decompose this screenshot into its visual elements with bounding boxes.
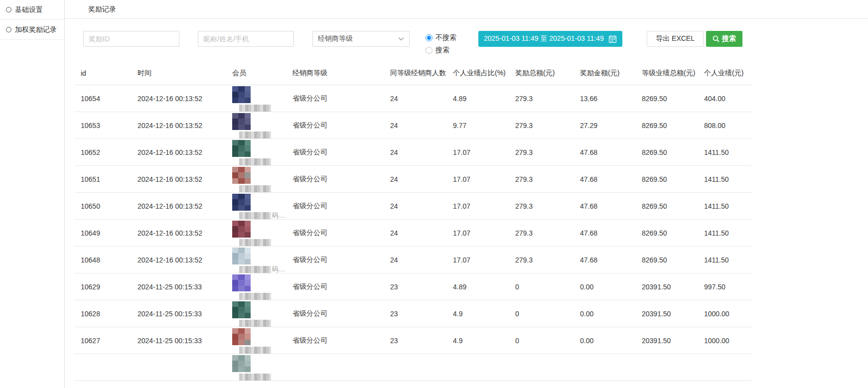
table-cell: 24	[390, 220, 453, 247]
member-name	[239, 373, 292, 381]
radio-search[interactable]: 搜索	[426, 46, 456, 55]
chevron-down-icon	[398, 37, 404, 41]
table-cell: 8269.50	[642, 139, 704, 166]
records-table: id时间会员经销商等级同等级经销商人数个人业绩占比(%)奖励总额(元)奖励金额(…	[74, 64, 752, 381]
table-cell: 省级分公司	[292, 166, 390, 193]
table-cell: 279.3	[515, 139, 580, 166]
radio-no-search[interactable]: 不搜索	[426, 33, 456, 42]
table-cell: 279.3	[515, 220, 580, 247]
member-name-blurred	[239, 131, 271, 138]
member-avatar	[232, 301, 251, 318]
sidebar-item-label: 基础设置	[15, 5, 43, 14]
reward-id-input[interactable]	[83, 31, 179, 47]
table-cell: 省级分公司	[292, 220, 390, 247]
table-cell: 279.3	[515, 166, 580, 193]
table-cell: 24	[390, 247, 453, 273]
member-name-blurred	[239, 293, 271, 300]
table-cell: 8269.50	[642, 247, 704, 273]
member-name-blurred	[239, 105, 271, 112]
radio-label: 搜索	[435, 46, 449, 55]
filter-actions: 导出 EXCEL 搜索	[647, 31, 742, 47]
page-header: 奖励记录	[65, 0, 868, 19]
table-cell: 10652	[74, 139, 138, 166]
member-cell	[232, 273, 292, 300]
member-name-blurred	[239, 212, 271, 219]
table-cell: 279.3	[515, 112, 580, 139]
table-cell: 10648	[74, 247, 138, 273]
records-table-wrap: id时间会员经销商等级同等级经销商人数个人业绩占比(%)奖励总额(元)奖励金额(…	[74, 64, 752, 381]
column-header: 个人业绩占比(%)	[453, 64, 515, 85]
table-cell: 省级分公司	[292, 85, 390, 112]
table-cell: 997.50	[704, 273, 752, 300]
member-cell	[232, 220, 292, 247]
column-header: 等级业绩总额(元)	[642, 64, 704, 85]
table-cell: 10654	[74, 85, 138, 112]
circle-icon	[6, 7, 11, 12]
table-cell: 0.00	[580, 273, 642, 300]
table-cell: 13.66	[580, 85, 642, 112]
table-cell	[580, 354, 642, 381]
table-cell: 2024-12-16 00:13:52	[138, 112, 232, 139]
table-cell: 2024-12-16 00:13:52	[138, 166, 232, 193]
page-title: 奖励记录	[88, 5, 116, 14]
table-cell: 404.00	[704, 85, 752, 112]
member-cell	[232, 354, 292, 381]
date-range-button[interactable]: 2025-01-03 11:49 至 2025-01-03 11:49	[478, 31, 622, 47]
member-name-blurred	[239, 320, 271, 327]
member-name-suffix: 码…	[272, 211, 285, 220]
sidebar-item-weighted-reward-records[interactable]: 加权奖励记录	[0, 20, 64, 40]
app-window: 基础设置 加权奖励记录 奖励记录 经销商等级 不搜索	[0, 0, 868, 388]
search-mode-radio-group: 不搜索 搜索	[426, 31, 456, 55]
member-name: 码…	[239, 265, 292, 273]
table-cell: 1411.50	[704, 220, 752, 247]
member-name-suffix: 码…	[272, 265, 285, 274]
table-cell	[138, 354, 232, 381]
member-name	[239, 104, 292, 112]
search-icon	[713, 35, 720, 42]
table-cell: 47.68	[580, 166, 642, 193]
table-cell: 1411.50	[704, 193, 752, 220]
table-cell: 20391.50	[642, 300, 704, 327]
member-name	[239, 319, 292, 327]
table-cell: 17.07	[453, 220, 515, 247]
member-cell: 码…	[232, 193, 292, 220]
nickname-input[interactable]	[198, 31, 294, 47]
table-row: 106522024-12-16 00:13:52省级分公司2417.07279.…	[74, 139, 752, 166]
member-avatar	[232, 194, 251, 211]
member-avatar	[232, 113, 251, 130]
search-button[interactable]: 搜索	[706, 31, 742, 47]
member-name-blurred	[239, 374, 271, 381]
dealer-level-select[interactable]: 经销商等级	[312, 31, 410, 47]
table-cell: 47.68	[580, 247, 642, 273]
table-cell: 1411.50	[704, 247, 752, 273]
table-cell: 17.07	[453, 247, 515, 273]
circle-icon	[6, 27, 11, 32]
sidebar-item-basic-settings[interactable]: 基础设置	[0, 0, 64, 20]
table-cell: 4.9	[453, 327, 515, 354]
table-cell: 省级分公司	[292, 193, 390, 220]
table-cell: 23	[390, 273, 453, 300]
column-header: 奖励总额(元)	[515, 64, 580, 85]
table-cell: 0	[515, 327, 580, 354]
table-cell: 17.07	[453, 193, 515, 220]
table-row: 106482024-12-16 00:13:52码…省级分公司2417.0727…	[74, 247, 752, 273]
member-name: 码…	[239, 212, 292, 219]
table-cell: 8269.50	[642, 112, 704, 139]
table-cell: 省级分公司	[292, 300, 390, 327]
sidebar: 基础设置 加权奖励记录	[0, 0, 65, 388]
radio-label: 不搜索	[435, 33, 456, 42]
calendar-icon	[608, 35, 617, 43]
table-row: 106512024-12-16 00:13:52省级分公司2417.07279.…	[74, 166, 752, 193]
table-cell: 1411.50	[704, 166, 752, 193]
member-avatar	[232, 328, 251, 345]
table-cell: 10650	[74, 193, 138, 220]
export-excel-button[interactable]: 导出 EXCEL	[647, 31, 704, 47]
date-range-label: 2025-01-03 11:49 至 2025-01-03 11:49	[484, 34, 604, 43]
member-avatar	[232, 248, 251, 264]
member-cell: 码…	[232, 247, 292, 273]
table-cell: 8269.50	[642, 85, 704, 112]
member-avatar	[232, 355, 251, 372]
member-avatar	[232, 140, 251, 157]
table-cell: 8269.50	[642, 166, 704, 193]
table-cell: 8269.50	[642, 193, 704, 220]
